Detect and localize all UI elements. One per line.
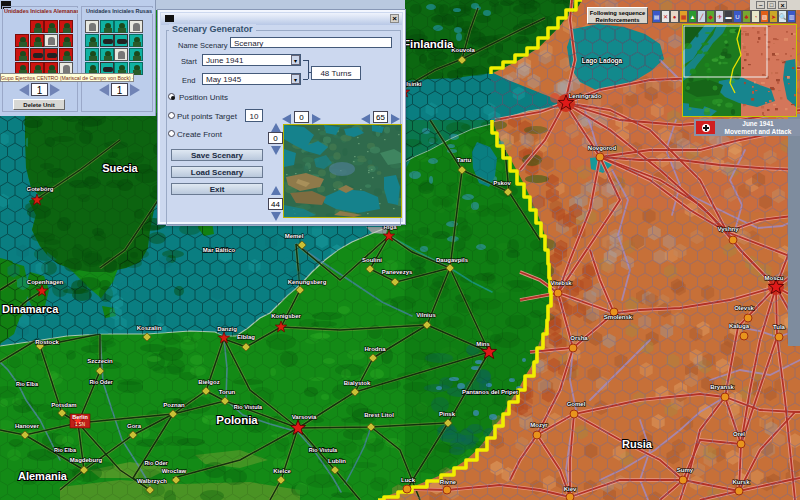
svg-text:Smolensk: Smolensk bbox=[604, 314, 633, 320]
svg-text:Mar Báltico: Mar Báltico bbox=[203, 247, 236, 253]
svg-text:Tula: Tula bbox=[773, 324, 786, 330]
svg-text:Szczecin: Szczecin bbox=[87, 358, 113, 364]
svg-text:Bryansk: Bryansk bbox=[710, 384, 734, 390]
svg-text:Leningrado: Leningrado bbox=[569, 93, 602, 99]
svg-text:Rusia: Rusia bbox=[622, 438, 653, 450]
svg-text:Alemania: Alemania bbox=[18, 470, 68, 482]
svg-text:Kielce: Kielce bbox=[273, 468, 291, 474]
svg-text:Vilnius: Vilnius bbox=[416, 312, 436, 318]
svg-text:Panevezys: Panevezys bbox=[382, 269, 413, 275]
svg-text:Rio Vistula: Rio Vistula bbox=[234, 404, 263, 410]
svg-text:Koszalin: Koszalin bbox=[137, 325, 162, 331]
svg-text:Polonia: Polonia bbox=[216, 414, 258, 426]
svg-text:Gomel: Gomel bbox=[567, 401, 586, 407]
svg-text:Pantanos del Pripet: Pantanos del Pripet bbox=[462, 389, 518, 395]
svg-text:Dinamarca: Dinamarca bbox=[2, 303, 59, 315]
svg-text:Poznan: Poznan bbox=[163, 402, 185, 408]
svg-text:Luck: Luck bbox=[401, 477, 416, 483]
svg-text:Olevsk: Olevsk bbox=[734, 305, 754, 311]
svg-text:Bielgoz: Bielgoz bbox=[198, 379, 219, 385]
svg-text:Kursk: Kursk bbox=[732, 479, 750, 485]
svg-text:Bialystok: Bialystok bbox=[344, 380, 371, 386]
svg-text:Varsovia: Varsovia bbox=[292, 414, 317, 420]
svg-text:Lago Ladoga: Lago Ladoga bbox=[582, 57, 623, 65]
svg-text:Orsha: Orsha bbox=[570, 335, 588, 341]
svg-text:Kenungsberg: Kenungsberg bbox=[288, 279, 327, 285]
svg-text:Rio Vistula: Rio Vistula bbox=[309, 447, 338, 453]
svg-text:Gotebörg: Gotebörg bbox=[27, 186, 54, 192]
svg-text:Magdeburg: Magdeburg bbox=[70, 457, 103, 463]
svg-text:Pinsk: Pinsk bbox=[439, 411, 456, 417]
svg-text:Tartu: Tartu bbox=[457, 157, 472, 163]
svg-text:Kiev: Kiev bbox=[564, 486, 577, 492]
svg-text:Hrodna: Hrodna bbox=[365, 346, 387, 352]
svg-text:Torun: Torun bbox=[219, 389, 236, 395]
svg-text:Kaluga: Kaluga bbox=[729, 323, 750, 329]
svg-text:Rio Elba: Rio Elba bbox=[16, 381, 39, 387]
svg-text:Sumy: Sumy bbox=[677, 467, 694, 473]
svg-text:Copenhagen: Copenhagen bbox=[27, 279, 64, 285]
svg-text:Rio Elba: Rio Elba bbox=[54, 447, 77, 453]
svg-text:Berlin: Berlin bbox=[72, 414, 88, 420]
svg-text:Suecia: Suecia bbox=[102, 162, 138, 174]
svg-text:Moscu: Moscu bbox=[764, 275, 783, 281]
svg-text:Gora: Gora bbox=[127, 423, 142, 429]
svg-text:Lublin: Lublin bbox=[328, 458, 346, 464]
svg-text:Hanover: Hanover bbox=[15, 423, 40, 429]
svg-text:1 SN: 1 SN bbox=[75, 422, 85, 427]
svg-text:Vitebsk: Vitebsk bbox=[550, 280, 572, 286]
svg-text:Rio Oder: Rio Oder bbox=[89, 379, 113, 385]
svg-text:Brest Litol: Brest Litol bbox=[364, 412, 394, 418]
svg-text:Rio Oder: Rio Oder bbox=[144, 460, 168, 466]
svg-text:Orel: Orel bbox=[733, 431, 745, 437]
svg-text:Mins: Mins bbox=[476, 341, 490, 347]
svg-text:Finlandia: Finlandia bbox=[403, 38, 454, 50]
svg-text:Rostock: Rostock bbox=[35, 339, 59, 345]
svg-text:Walbrzych: Walbrzych bbox=[137, 478, 167, 484]
svg-text:Wroclaw: Wroclaw bbox=[162, 468, 187, 474]
svg-text:Kouvola: Kouvola bbox=[451, 47, 475, 53]
svg-text:Rivne: Rivne bbox=[440, 479, 457, 485]
svg-text:Daugavpils: Daugavpils bbox=[436, 257, 469, 263]
svg-text:Novgorod: Novgorod bbox=[588, 145, 617, 151]
svg-text:Pskov: Pskov bbox=[493, 180, 511, 186]
svg-text:Elblag: Elblag bbox=[237, 334, 255, 340]
svg-text:Vyshny: Vyshny bbox=[717, 226, 739, 232]
svg-text:Memel: Memel bbox=[285, 233, 304, 239]
svg-text:Mozyr: Mozyr bbox=[530, 422, 548, 428]
svg-text:Danzig: Danzig bbox=[217, 326, 237, 332]
svg-text:Potsdam: Potsdam bbox=[51, 402, 76, 408]
svg-text:Konigsber: Konigsber bbox=[271, 313, 301, 319]
svg-text:Soulini: Soulini bbox=[362, 257, 382, 263]
